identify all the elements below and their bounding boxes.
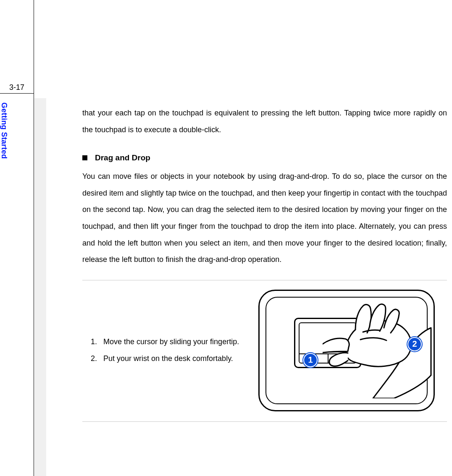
content-area: that your each tap on the touchpad is eq… (82, 105, 447, 422)
steps-column: 1. Move the cursor by sliding your finge… (82, 334, 246, 367)
divider (82, 421, 447, 422)
section-heading-row: Drag and Drop (82, 153, 447, 162)
step-text: Move the cursor by sliding your fingerti… (103, 334, 246, 350)
callout-badge-1: 1 (303, 353, 318, 367)
step-number: 2. (91, 350, 103, 367)
step-number: 1. (91, 334, 103, 350)
vertical-rule (34, 0, 34, 476)
divider (82, 280, 447, 280)
intro-paragraph: that your each tap on the touchpad is eq… (82, 105, 447, 138)
list-item: 2. Put your wrist on the desk comfortabl… (91, 350, 246, 367)
section-title: Drag and Drop (95, 153, 150, 162)
page-number-rule (0, 93, 34, 94)
page-number: 3-17 (3, 83, 30, 92)
sidebar-strip (34, 98, 46, 476)
section-drag-and-drop: Drag and Drop You can move files or obje… (82, 153, 447, 268)
list-item: 1. Move the cursor by sliding your finge… (91, 334, 246, 350)
sidebar-section-label: Getting Started (0, 102, 8, 178)
square-bullet-icon (82, 155, 87, 160)
laptop-illustration: 1 2 (258, 290, 435, 411)
steps-list: 1. Move the cursor by sliding your finge… (91, 334, 246, 367)
steps-and-figure: 1. Move the cursor by sliding your finge… (82, 290, 447, 411)
figure-column: 1 2 (246, 290, 447, 411)
callout-badge-2: 2 (407, 337, 422, 351)
section-body: You can move files or objects in your no… (82, 168, 447, 268)
document-page: 3-17 Getting Started that your each tap … (0, 0, 452, 476)
step-text: Put your wrist on the desk comfortably. (103, 350, 246, 367)
